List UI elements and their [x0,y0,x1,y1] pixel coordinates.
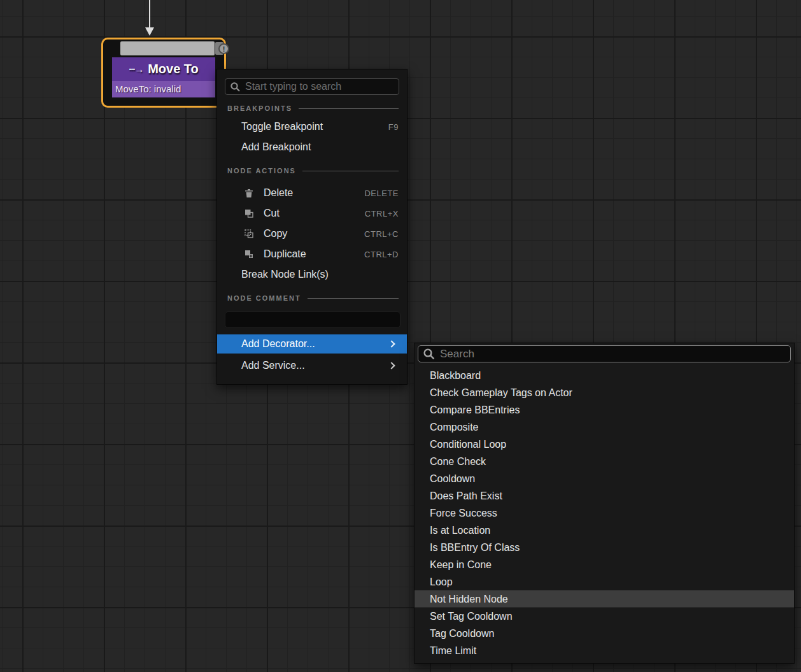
menu-item-add-breakpoint[interactable]: Add Breakpoint [217,137,407,157]
list-item[interactable]: Keep in Cone [415,556,794,573]
decorator-submenu: BlackboardCheck Gameplay Tags on ActorCo… [414,343,795,664]
chevron-right-icon [388,340,395,347]
list-item[interactable]: Composite [415,418,794,436]
context-menu-search[interactable] [225,78,399,95]
move-to-icon: ···→ [129,64,145,75]
list-item[interactable]: Tag Cooldown [415,625,794,642]
menu-item-shortcut: DELETE [364,189,399,198]
menu-item-add-decorator[interactable]: Add Decorator... [217,334,407,354]
search-input[interactable] [245,81,394,92]
list-item[interactable]: Is BBEntry Of Class [415,539,794,556]
menu-item-label: Cut [264,208,280,219]
duplicate-icon [245,250,254,259]
search-icon [230,82,241,92]
list-item[interactable]: Check Gameplay Tags on Actor [415,384,794,401]
menu-item-duplicate[interactable]: Duplicate CTRL+D [217,244,407,264]
section-rule [302,171,399,171]
list-item[interactable]: Does Path Exist [415,487,794,504]
menu-item-cut[interactable]: Cut CTRL+X [217,203,407,224]
menu-item-shortcut: CTRL+X [365,209,399,218]
menu-item-label: Break Node Link(s) [241,269,329,280]
menu-item-label: Add Decorator... [241,338,315,350]
list-item[interactable]: Blackboard [415,367,794,384]
menu-item-break-node-links[interactable]: Break Node Link(s) [217,264,407,285]
node-title-field[interactable] [120,41,215,55]
menu-item-shortcut: CTRL+C [364,229,399,239]
menu-item-shortcut: F9 [388,122,399,132]
node-title: Move To [148,62,199,76]
exec-wire [149,0,150,28]
list-item[interactable]: Not Hidden Node [415,590,794,608]
node-context-menu: BREAKPOINTS Toggle Breakpoint F9 Add Bre… [216,69,408,385]
section-header-node-comment: NODE COMMENT [217,294,407,303]
section-header-breakpoints: BREAKPOINTS [217,104,407,113]
exec-wire-arrow-icon [145,27,154,36]
menu-item-delete[interactable]: Delete DELETE [217,183,407,203]
node-info-badge: ! [218,43,229,54]
cut-icon [245,209,254,218]
list-item[interactable]: Cone Check [415,453,794,470]
node-subtitle: MoveTo: invalid [112,81,215,97]
node-comment-input[interactable] [225,311,400,328]
copy-icon [245,229,254,238]
move-to-node[interactable]: ! ···→ Move To MoveTo: invalid [101,38,226,108]
list-item[interactable]: Time Limit [415,642,794,659]
menu-item-label: Delete [264,187,293,199]
chevron-right-icon [388,362,395,369]
list-item[interactable]: Loop [415,573,794,590]
decorator-list: BlackboardCheck Gameplay Tags on ActorCo… [415,367,794,659]
list-item[interactable]: Conditional Loop [415,436,794,453]
menu-item-shortcut: CTRL+D [364,250,399,259]
menu-item-label: Add Breakpoint [241,141,311,153]
menu-item-label: Add Service... [241,360,305,371]
section-rule [308,298,399,299]
menu-item-copy[interactable]: Copy CTRL+C [217,224,407,244]
menu-item-toggle-breakpoint[interactable]: Toggle Breakpoint F9 [217,117,407,137]
list-item[interactable]: Is at Location [415,522,794,539]
graph-canvas[interactable]: ! ···→ Move To MoveTo: invalid BREAKPOIN… [0,0,801,672]
menu-item-add-service[interactable]: Add Service... [217,356,407,375]
trash-icon [245,189,254,198]
section-rule [299,108,399,109]
section-header-node-actions: NODE ACTIONS [217,166,407,175]
menu-item-label: Copy [264,228,287,239]
list-item[interactable]: Set Tag Cooldown [415,608,794,625]
menu-item-label: Duplicate [264,248,306,260]
list-item[interactable]: Force Success [415,504,794,522]
submenu-search-input[interactable] [440,348,786,361]
search-icon [423,348,436,361]
node-header: ···→ Move To [112,57,215,81]
list-item[interactable]: Compare BBEntries [415,401,794,418]
list-item[interactable]: Cooldown [415,470,794,487]
submenu-search[interactable] [418,345,791,362]
menu-item-label: Toggle Breakpoint [241,121,323,132]
